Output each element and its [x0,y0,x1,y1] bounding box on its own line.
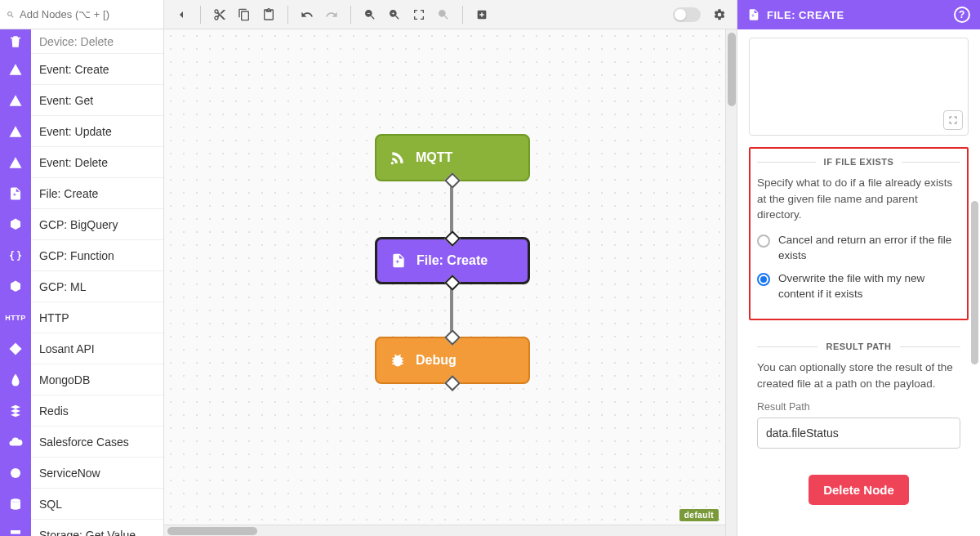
undo-button[interactable] [296,4,318,25]
sidebar-item[interactable]: Redis [0,395,163,427]
sidebar-item[interactable]: Salesforce Cases [0,427,163,458]
sidebar-item[interactable]: Device: Delete [0,29,163,54]
panel-header: FILE: CREATE ? [737,0,980,29]
section-result-path: RESULT PATH You can optionally store the… [749,332,969,458]
sidebar-item[interactable]: Event: Update [0,116,163,147]
version-badge: default [679,509,719,521]
radio-overwrite[interactable]: Overwrite the file with my new content i… [757,271,960,302]
storage-icon [0,520,31,537]
output-port[interactable] [444,375,461,391]
file-plus-icon [747,8,760,21]
section-description: Specify what to do if a file already exi… [757,175,960,223]
sidebar-item[interactable]: SQL [0,489,163,520]
sidebar-item-label: Device: Delete [31,35,114,48]
sidebar-item-label: Salesforce Cases [31,436,129,449]
triangle-icon [0,116,31,147]
sidebar-item-label: Event: Update [31,125,112,138]
settings-button[interactable] [709,4,730,25]
flow-node-label: Debug [416,353,457,368]
help-button[interactable]: ? [954,7,970,23]
sidebar-item[interactable]: File: Create [0,178,163,209]
sidebar-item-label: GCP: Function [31,249,114,262]
sidebar-item[interactable]: Storage: Get Value [0,520,163,536]
sidebar-item-label: Redis [31,404,69,418]
hexagon-icon [0,209,31,240]
expand-button[interactable] [943,110,963,130]
circle-icon [0,458,31,489]
radio-icon [757,234,770,248]
triangle-icon [0,54,31,85]
redo-button[interactable] [321,4,342,25]
section-title: IF FILE EXISTS [824,157,894,167]
input-port[interactable] [444,230,461,247]
stack-icon [0,395,31,427]
canvas[interactable]: MQTT File: Create Debug default [164,29,737,536]
svg-point-0 [11,468,20,478]
add-note-button[interactable] [471,4,492,25]
flow-node-debug[interactable]: Debug [375,337,530,384]
copy-button[interactable] [234,4,255,25]
grid-toggle[interactable] [673,7,701,22]
section-title: RESULT PATH [826,342,891,351]
sidebar-item-label: Losant API [31,342,95,355]
result-path-input[interactable] [757,418,960,449]
sidebar-item-label: HTTP [31,311,69,324]
section-if-file-exists: IF FILE EXISTS Specify what to do if a f… [749,147,969,320]
output-port[interactable] [444,275,461,291]
zoom-out-button[interactable] [359,4,381,25]
node-list: Device: DeleteEvent: CreateEvent: GetEve… [0,29,163,536]
sidebar-item[interactable]: HTTPHTTP [0,302,163,333]
flow-node-label: File: Create [416,253,488,268]
file-plus-icon [390,252,407,269]
zoom-in-button[interactable] [384,4,405,25]
preview-box [749,38,969,136]
leaf-icon [0,364,31,395]
zoom-reset-button[interactable] [433,4,454,25]
radio-label: Cancel and return an error if the file e… [778,233,960,264]
sidebar-item[interactable]: MongoDB [0,364,163,395]
sidebar-item[interactable]: GCP: ML [0,271,163,302]
flow-node-mqtt[interactable]: MQTT [375,134,530,181]
triangle-icon [0,85,31,116]
sidebar-item-label: SQL [31,498,62,511]
sidebar-item[interactable]: Event: Get [0,85,163,116]
cut-button[interactable] [209,4,230,25]
panel-title: FILE: CREATE [767,9,844,21]
fit-button[interactable] [408,4,430,25]
canvas-vscrollbar[interactable] [725,29,737,536]
canvas-hscrollbar[interactable] [164,525,725,536]
sidebar-item-label: GCP: BigQuery [31,218,118,231]
properties-panel: FILE: CREATE ? IF FILE EXISTS Specify wh… [737,0,980,536]
delete-node-button[interactable]: Delete Node [808,475,909,505]
radio-cancel[interactable]: Cancel and return an error if the file e… [757,233,960,264]
sidebar-item-label: ServiceNow [31,467,100,480]
search-icon [7,9,15,20]
search-input[interactable] [20,8,157,20]
paste-button[interactable] [258,4,279,25]
flow-node-file-create[interactable]: File: Create [375,237,530,284]
sidebar-item[interactable]: Event: Create [0,54,163,85]
sidebar-item[interactable]: Losant API [0,333,163,364]
sidebar-item[interactable]: GCP: BigQuery [0,209,163,240]
hexagon-icon [0,271,31,302]
back-button[interactable] [171,4,192,25]
file-plus-icon [0,178,31,209]
sidebar-item[interactable]: ServiceNow [0,458,163,489]
bug-icon [390,352,406,368]
diamond-icon [0,333,31,364]
panel-scrollbar[interactable] [969,29,980,536]
field-label: Result Path [757,401,960,413]
radio-label: Overwrite the file with my new content i… [778,271,960,302]
sidebar-item[interactable]: Event: Delete [0,147,163,178]
sidebar-item[interactable]: GCP: Function [0,240,163,271]
flow-node-label: MQTT [416,150,452,165]
sidebar-item-label: GCP: ML [31,280,87,293]
sidebar-item-label: Storage: Get Value [31,529,136,537]
cloud-icon [0,427,31,458]
triangle-icon [0,147,31,178]
sidebar: Device: DeleteEvent: CreateEvent: GetEve… [0,0,164,536]
output-port[interactable] [444,172,461,189]
sidebar-item-label: Event: Get [31,94,93,107]
svg-point-1 [11,498,20,502]
input-port[interactable] [444,329,461,346]
